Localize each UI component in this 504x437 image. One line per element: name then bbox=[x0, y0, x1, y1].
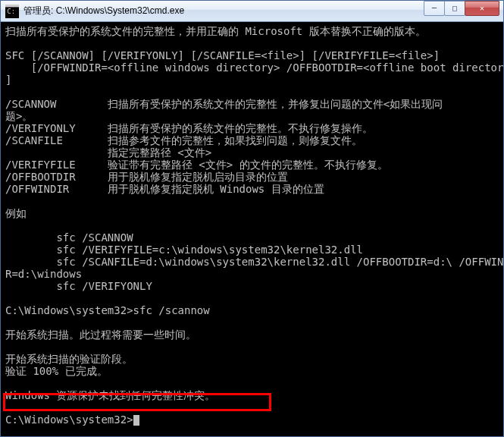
console-line: Windows 资源保护未找到任何完整性冲突。 bbox=[5, 389, 215, 401]
console-line: sfc /VERIFYFILE=c:\windows\system32\kern… bbox=[5, 244, 363, 256]
maximize-button[interactable]: □ bbox=[444, 1, 465, 16]
cmd-window: C: 管理员: C:\Windows\System32\cmd.exe ─ □ … bbox=[0, 0, 504, 437]
minimize-button[interactable]: ─ bbox=[424, 1, 445, 16]
console-line: /OFFWINDIR 用于脱机修复指定脱机 Windows 目录的位置 bbox=[5, 183, 324, 195]
cmd-icon: C: bbox=[5, 5, 19, 18]
close-icon: ✕ bbox=[480, 4, 484, 12]
console-line: 例如 bbox=[5, 207, 27, 219]
svg-rect-1 bbox=[5, 5, 19, 7]
console-line: C:\Windows\system32>sfc /scannow bbox=[5, 304, 210, 316]
cursor bbox=[133, 415, 139, 426]
console-line: 扫描所有受保护的系统文件的完整性，并用正确的 Microsoft 版本替换不正确… bbox=[5, 25, 426, 37]
close-button[interactable]: ✕ bbox=[465, 1, 499, 16]
console-line: [/OFFWINDIR=<offline windows directory> … bbox=[5, 61, 503, 74]
svg-text:C:: C: bbox=[7, 8, 15, 15]
console-line: /VERIFYFILE 验证带有完整路径 <文件> 的文件的完整性。不执行修复。 bbox=[5, 159, 388, 171]
console-line: sfc /SCANNOW bbox=[5, 231, 133, 244]
console-output[interactable]: 扫描所有受保护的系统文件的完整性，并用正确的 Microsoft 版本替换不正确… bbox=[1, 22, 503, 436]
console-line: 指定完整路径 <文件> bbox=[5, 146, 211, 159]
console-line: sfc /SCANFILE=d:\windows\system32\kernel… bbox=[5, 256, 503, 268]
console-line: ] bbox=[5, 74, 11, 86]
minimize-icon: ─ bbox=[432, 4, 437, 12]
console-line: /VERIFYONLY 扫描所有受保护的系统文件的完整性。不执行修复操作。 bbox=[5, 122, 373, 134]
maximize-icon: □ bbox=[452, 4, 457, 12]
console-line: 开始系统扫描。此过程将需要一些时间。 bbox=[5, 329, 196, 341]
console-line: SFC [/SCANNOW] [/VERIFYONLY] [/SCANFILE=… bbox=[5, 49, 440, 61]
console-line: 题>。 bbox=[5, 110, 33, 122]
console-line: /SCANNOW 扫描所有受保护的系统文件的完整性，并修复出问题的文件<如果出现… bbox=[5, 98, 443, 110]
console-line: 验证 100% 已完成。 bbox=[5, 365, 108, 377]
console-line: C:\Windows\system32> bbox=[5, 413, 133, 426]
titlebar[interactable]: C: 管理员: C:\Windows\System32\cmd.exe ─ □ … bbox=[1, 1, 503, 22]
window-controls: ─ □ ✕ bbox=[424, 1, 499, 16]
console-line: /OFFBOOTDIR 用于脱机修复指定脱机启动目录的位置 bbox=[5, 171, 288, 183]
titlebar-text: 管理员: C:\Windows\System32\cmd.exe bbox=[23, 5, 424, 17]
console-line: sfc /VERIFYONLY bbox=[5, 280, 152, 292]
console-line: 开始系统扫描的验证阶段。 bbox=[5, 353, 133, 365]
console-line: /SCANFILE 扫描参考文件的完整性，如果找到问题，则修复文件。 bbox=[5, 134, 362, 146]
console-line: R=d:\windows bbox=[5, 268, 82, 280]
